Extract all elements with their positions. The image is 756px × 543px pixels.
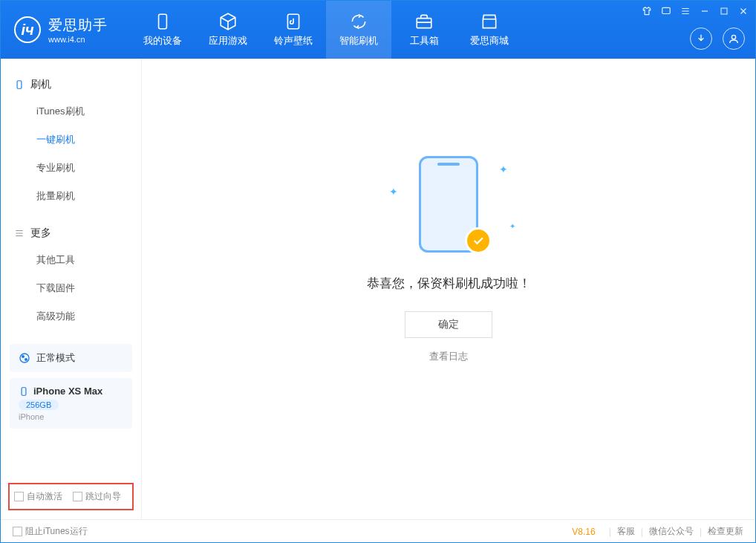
list-icon bbox=[14, 228, 25, 238]
mode-label: 正常模式 bbox=[36, 351, 75, 365]
tab-flash[interactable]: 智能刷机 bbox=[326, 1, 391, 59]
ok-button[interactable]: 确定 bbox=[405, 311, 492, 338]
svg-rect-2 bbox=[417, 19, 431, 28]
svg-point-9 bbox=[25, 359, 27, 361]
update-link[interactable]: 检查更新 bbox=[708, 525, 743, 538]
sidebar: 刷机 iTunes刷机 一键刷机 专业刷机 批量刷机 更多 其他工具 下载固件 … bbox=[1, 59, 142, 519]
app-title: 爱思助手 bbox=[48, 16, 108, 35]
sidebar-item-firmware[interactable]: 下载固件 bbox=[1, 274, 141, 302]
nav-tabs: 我的设备 应用游戏 铃声壁纸 智能刷机 工具箱 爱思商城 bbox=[130, 1, 522, 59]
tab-label: 智能刷机 bbox=[339, 34, 378, 48]
device-icon bbox=[153, 12, 172, 31]
tab-label: 爱思商城 bbox=[470, 34, 509, 48]
sidebar-item-tools[interactable]: 其他工具 bbox=[1, 246, 141, 274]
success-message: 恭喜您，保资料刷机成功啦！ bbox=[367, 275, 531, 292]
svg-point-8 bbox=[22, 356, 25, 358]
svg-rect-4 bbox=[721, 8, 727, 14]
window-controls bbox=[641, 5, 749, 17]
check-icon bbox=[465, 227, 492, 254]
svg-rect-10 bbox=[22, 387, 26, 395]
wechat-link[interactable]: 微信公众号 bbox=[649, 525, 694, 538]
cube-icon bbox=[218, 12, 238, 31]
phone-icon bbox=[19, 386, 29, 397]
tab-toolbox[interactable]: 工具箱 bbox=[391, 1, 457, 59]
view-log-link[interactable]: 查看日志 bbox=[429, 350, 468, 363]
header: iч 爱思助手 www.i4.cn 我的设备 应用游戏 铃声壁纸 智能刷机 工具… bbox=[1, 1, 755, 59]
sidebar-item-advanced[interactable]: 高级功能 bbox=[1, 302, 141, 331]
logo: iч 爱思助手 www.i4.cn bbox=[1, 16, 121, 44]
main-content: ✦ ✦ ✦ 恭喜您，保资料刷机成功啦！ 确定 查看日志 bbox=[142, 59, 755, 519]
menu-icon[interactable] bbox=[680, 5, 691, 17]
skip-guide-checkbox[interactable]: 跳过向导 bbox=[73, 490, 121, 503]
options-row: 自动激活 跳过向导 bbox=[8, 483, 134, 510]
store-icon bbox=[480, 12, 499, 31]
app-subtitle: www.i4.cn bbox=[48, 35, 108, 44]
mode-icon bbox=[19, 352, 30, 364]
svg-rect-6 bbox=[17, 81, 22, 89]
refresh-icon bbox=[349, 12, 368, 31]
auto-activate-checkbox[interactable]: 自动激活 bbox=[14, 490, 62, 503]
feedback-icon[interactable] bbox=[660, 5, 672, 17]
version: V8.16 bbox=[572, 527, 595, 537]
tab-apps[interactable]: 应用游戏 bbox=[195, 1, 261, 59]
phone-icon bbox=[14, 79, 25, 90]
tab-label: 铃声壁纸 bbox=[274, 34, 313, 48]
header-actions bbox=[690, 27, 745, 50]
device-type: iPhone bbox=[19, 412, 123, 421]
tab-store[interactable]: 爱思商城 bbox=[457, 1, 522, 59]
logo-icon: iч bbox=[14, 16, 41, 43]
sidebar-item-oneclick[interactable]: 一键刷机 bbox=[1, 126, 141, 154]
storage-badge: 256GB bbox=[19, 400, 59, 410]
success-illustration: ✦ ✦ ✦ bbox=[382, 156, 515, 260]
minimize-icon[interactable] bbox=[699, 5, 711, 17]
sidebar-item-itunes[interactable]: iTunes刷机 bbox=[1, 97, 141, 126]
toolbox-icon bbox=[414, 12, 434, 31]
tab-label: 我的设备 bbox=[143, 34, 182, 48]
maximize-icon[interactable] bbox=[718, 5, 730, 17]
svg-rect-3 bbox=[662, 7, 671, 13]
shirt-icon[interactable] bbox=[641, 5, 653, 17]
tab-my-device[interactable]: 我的设备 bbox=[130, 1, 195, 59]
download-button[interactable] bbox=[690, 27, 712, 50]
device-name: iPhone XS Max bbox=[33, 386, 102, 397]
svg-point-5 bbox=[731, 35, 735, 39]
sidebar-item-pro[interactable]: 专业刷机 bbox=[1, 154, 141, 182]
footer: 阻止iTunes运行 V8.16 | 客服 | 微信公众号 | 检查更新 bbox=[1, 519, 755, 543]
svg-point-7 bbox=[20, 354, 29, 362]
sidebar-group-more: 更多 bbox=[1, 221, 141, 246]
sidebar-group-flash: 刷机 bbox=[1, 72, 141, 97]
tab-label: 工具箱 bbox=[410, 34, 439, 48]
sidebar-item-batch[interactable]: 批量刷机 bbox=[1, 182, 141, 210]
close-icon[interactable] bbox=[737, 5, 749, 17]
user-button[interactable] bbox=[723, 27, 745, 50]
support-link[interactable]: 客服 bbox=[617, 525, 635, 538]
tab-ringtones[interactable]: 铃声壁纸 bbox=[261, 1, 326, 59]
tab-label: 应用游戏 bbox=[209, 34, 247, 48]
device-box[interactable]: iPhone XS Max 256GB iPhone bbox=[10, 378, 132, 429]
music-icon bbox=[284, 12, 303, 31]
block-itunes-checkbox[interactable]: 阻止iTunes运行 bbox=[13, 525, 88, 538]
svg-rect-0 bbox=[159, 14, 167, 29]
mode-box[interactable]: 正常模式 bbox=[10, 344, 132, 372]
